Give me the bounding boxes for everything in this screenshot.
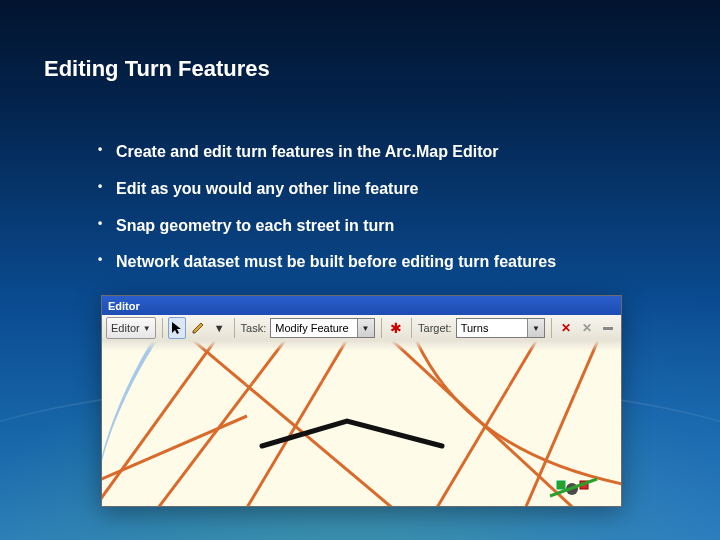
cursor-icon <box>170 321 184 335</box>
editor-toolbar: Editor ▼ ▼ Task: Modify Feature ▼ ✱ <box>102 315 621 342</box>
delete-sketch-button[interactable]: ✕ <box>558 317 575 339</box>
target-value: Turns <box>461 322 489 334</box>
list-item: Edit as you would any other line feature <box>102 179 660 200</box>
target-label: Target: <box>418 322 452 334</box>
target-combo[interactable]: Turns ▼ <box>456 318 545 338</box>
editor-menu-button[interactable]: Editor ▼ <box>106 317 156 339</box>
svg-rect-11 <box>557 481 565 489</box>
fade-overlay <box>102 341 621 351</box>
task-value: Modify Feature <box>275 322 348 334</box>
sketch-tool-button[interactable] <box>190 317 207 339</box>
separator <box>234 318 235 338</box>
task-label: Task: <box>241 322 267 334</box>
svg-rect-0 <box>603 327 613 330</box>
map-svg <box>102 341 621 506</box>
task-combo[interactable]: Modify Feature ▼ <box>270 318 374 338</box>
arcmap-screenshot: Editor Editor ▼ ▼ Task: Modify Feature ▼ <box>101 295 622 507</box>
cut-tool-button[interactable]: ✱ <box>387 317 405 339</box>
more-tool-button[interactable] <box>600 317 617 339</box>
list-item: Snap geometry to each street in turn <box>102 216 660 237</box>
delete-sketch-disabled: ✕ <box>579 317 596 339</box>
bullet-list: Create and edit turn features in the Arc… <box>102 142 660 289</box>
sketch-tool-dropdown[interactable]: ▼ <box>211 317 228 339</box>
edit-tool-button[interactable] <box>168 317 185 339</box>
chevron-down-icon: ▼ <box>214 322 225 334</box>
tool-icon <box>601 321 615 335</box>
list-item: Create and edit turn features in the Arc… <box>102 142 660 163</box>
pencil-icon <box>191 321 205 335</box>
x-icon: ✕ <box>582 321 592 335</box>
asterisk-icon: ✱ <box>390 321 402 335</box>
editor-menu-label: Editor <box>111 322 140 334</box>
separator <box>381 318 382 338</box>
separator <box>162 318 163 338</box>
chevron-down-icon: ▼ <box>357 319 374 337</box>
map-canvas <box>102 341 621 506</box>
list-item: Network dataset must be built before edi… <box>102 252 660 273</box>
chevron-down-icon: ▼ <box>527 319 544 337</box>
separator <box>411 318 412 338</box>
slide-title: Editing Turn Features <box>44 56 270 82</box>
presentation-slide: Editing Turn Features Create and edit tu… <box>0 0 720 540</box>
x-icon: ✕ <box>561 321 571 335</box>
window-title-text: Editor <box>108 300 140 312</box>
separator <box>551 318 552 338</box>
chevron-down-icon: ▼ <box>143 324 151 333</box>
window-titlebar: Editor <box>102 296 621 315</box>
